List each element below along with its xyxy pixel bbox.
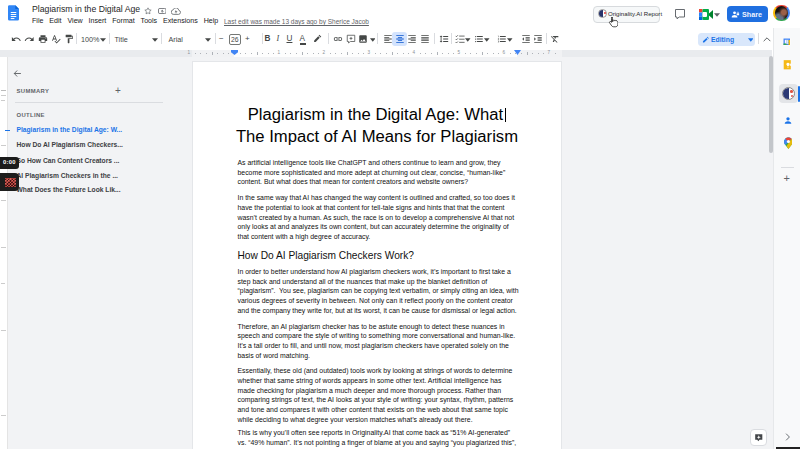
svg-text:31: 31 [786,40,790,44]
